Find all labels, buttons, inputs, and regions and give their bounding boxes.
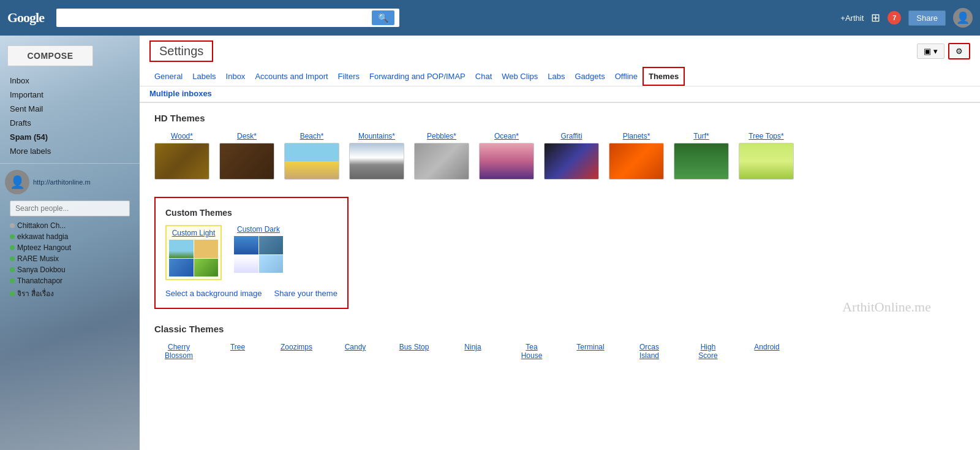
contact-item: ekkawat hadgia bbox=[10, 231, 130, 242]
theme-pebbles-label: Pebbles* bbox=[427, 132, 456, 140]
classic-orcas-label: OrcasIsland bbox=[639, 343, 659, 360]
classic-theme-candy[interactable]: Candy bbox=[331, 343, 380, 360]
classic-theme-terminal[interactable]: Terminal bbox=[566, 343, 615, 360]
grid-icon[interactable]: ⊞ bbox=[871, 11, 880, 25]
theme-planets[interactable]: Planets* bbox=[609, 132, 664, 180]
theme-turf-thumb bbox=[674, 143, 729, 180]
classic-themes-title: Classic Themes bbox=[154, 324, 965, 334]
classic-theme-busstop[interactable]: Bus Stop bbox=[390, 343, 439, 360]
tab-labels[interactable]: Labels bbox=[187, 67, 221, 86]
status-dot bbox=[10, 256, 15, 261]
classic-zoozimps-label: Zoozimps bbox=[281, 343, 312, 351]
classic-cherry-label: CherryBlossom bbox=[165, 343, 193, 360]
tab-multiple-inboxes[interactable]: Multiple inboxes bbox=[149, 89, 212, 98]
theme-wood[interactable]: Wood* bbox=[154, 132, 209, 180]
theme-wood-thumb bbox=[154, 143, 209, 180]
sidebar-content: COMPOSE Inbox Important Sent Mail Drafts… bbox=[0, 36, 140, 305]
theme-custom-light[interactable]: Custom Light bbox=[165, 225, 222, 280]
classic-terminal-label: Terminal bbox=[576, 343, 604, 351]
theme-mountains[interactable]: Mountains* bbox=[349, 132, 404, 180]
sidebar-item-more[interactable]: More labels bbox=[0, 144, 140, 158]
classic-theme-highscore[interactable]: HighScore bbox=[684, 343, 733, 360]
gear-icon: ⚙ bbox=[956, 47, 963, 56]
contact-name: Thanatchapor bbox=[17, 276, 62, 285]
avatar[interactable]: 👤 bbox=[953, 8, 973, 28]
tab-chat[interactable]: Chat bbox=[470, 67, 497, 86]
sidebar-item-sent[interactable]: Sent Mail bbox=[0, 102, 140, 116]
google-logo: Google bbox=[7, 10, 44, 26]
user-name[interactable]: +Arthit bbox=[840, 13, 864, 23]
contact-item: จิรา สื่อเรื่อง bbox=[10, 286, 130, 300]
share-theme-link[interactable]: Share your theme bbox=[274, 289, 337, 298]
notification-badge[interactable]: 7 bbox=[888, 11, 901, 25]
classic-theme-android[interactable]: Android bbox=[742, 343, 791, 360]
contact-name: ekkawat hadgia bbox=[17, 232, 68, 241]
tab-gadgets[interactable]: Gadgets bbox=[570, 67, 609, 86]
watermark: ArthitOnline.me bbox=[842, 299, 931, 315]
classic-theme-orcas[interactable]: OrcasIsland bbox=[625, 343, 674, 360]
theme-ocean[interactable]: Ocean* bbox=[479, 132, 534, 180]
theme-desk[interactable]: Desk* bbox=[219, 132, 274, 180]
classic-theme-teahouse[interactable]: TeaHouse bbox=[507, 343, 556, 360]
sidebar-item-drafts[interactable]: Drafts bbox=[0, 116, 140, 130]
classic-highscore-label: HighScore bbox=[698, 343, 717, 360]
theme-treetops[interactable]: Tree Tops* bbox=[739, 132, 794, 180]
custom-light-thumb bbox=[169, 240, 218, 276]
theme-desk-thumb bbox=[219, 143, 274, 180]
status-dot bbox=[10, 267, 15, 272]
search-button[interactable]: 🔍 bbox=[372, 10, 394, 25]
sidebar-item-spam[interactable]: Spam (54) bbox=[0, 130, 140, 144]
theme-mountains-label: Mountains* bbox=[358, 132, 395, 140]
theme-beach[interactable]: Beach* bbox=[284, 132, 339, 180]
sidebar-item-important[interactable]: Important bbox=[0, 88, 140, 102]
share-button[interactable]: Share bbox=[908, 10, 946, 26]
classic-theme-ninja[interactable]: Ninja bbox=[448, 343, 497, 360]
theme-treetops-thumb bbox=[739, 143, 794, 180]
sidebar-item-inbox[interactable]: Inbox bbox=[0, 74, 140, 88]
theme-treetops-label: Tree Tops* bbox=[748, 132, 783, 140]
theme-ocean-label: Ocean* bbox=[494, 132, 519, 140]
tab-themes[interactable]: Themes bbox=[643, 67, 685, 86]
select-background-link[interactable]: Select a background image bbox=[165, 289, 262, 298]
theme-pebbles[interactable]: Pebbles* bbox=[414, 132, 469, 180]
main-layout: COMPOSE Inbox Important Sent Mail Drafts… bbox=[0, 36, 980, 450]
tab-labs[interactable]: Labs bbox=[543, 67, 570, 86]
contact-item: Chittakon Ch... bbox=[10, 220, 130, 231]
view-toggle-button[interactable]: ▣ ▾ bbox=[917, 44, 944, 59]
custom-dark-thumb bbox=[234, 236, 283, 273]
classic-theme-tree[interactable]: Tree bbox=[213, 343, 262, 360]
custom-dark-label: Custom Dark bbox=[237, 225, 280, 234]
status-dot bbox=[10, 245, 15, 250]
theme-graffiti-thumb bbox=[544, 143, 599, 180]
tab-inbox[interactable]: Inbox bbox=[221, 67, 251, 86]
content-area: Settings ▣ ▾ ⚙ General Labels Inbox Ac bbox=[140, 36, 980, 450]
theme-pebbles-thumb bbox=[414, 143, 469, 180]
search-input[interactable] bbox=[61, 13, 368, 23]
settings-title-bar: Settings ▣ ▾ ⚙ bbox=[140, 36, 980, 67]
tab-offline[interactable]: Offline bbox=[610, 67, 643, 86]
building-silhouette bbox=[0, 327, 140, 450]
custom-light-label: Custom Light bbox=[172, 229, 216, 237]
theme-graffiti[interactable]: Graffiti bbox=[544, 132, 599, 180]
compose-button[interactable]: COMPOSE bbox=[7, 45, 93, 66]
classic-theme-cherry[interactable]: CherryBlossom bbox=[154, 343, 203, 360]
hd-themes-grid: Wood* Desk* Beach* Mountains* Pebbles* bbox=[154, 132, 965, 180]
theme-beach-thumb bbox=[284, 143, 339, 180]
theme-custom-dark[interactable]: Custom Dark bbox=[234, 225, 283, 280]
tab-general[interactable]: General bbox=[149, 67, 187, 86]
tab-accounts[interactable]: Accounts and Import bbox=[250, 67, 333, 86]
settings-title[interactable]: Settings bbox=[149, 40, 213, 62]
gear-settings-button[interactable]: ⚙ bbox=[948, 43, 970, 59]
status-dot bbox=[10, 291, 15, 296]
tab-forwarding[interactable]: Forwarding and POP/IMAP bbox=[364, 67, 470, 86]
sidebar: COMPOSE Inbox Important Sent Mail Drafts… bbox=[0, 36, 140, 450]
contact-name: Mpteez Hangout bbox=[17, 243, 71, 252]
contact-item: Thanatchapor bbox=[10, 275, 130, 286]
tab-webclips[interactable]: Web Clips bbox=[497, 67, 543, 86]
classic-theme-zoozimps[interactable]: Zoozimps bbox=[272, 343, 321, 360]
tab-filters[interactable]: Filters bbox=[333, 67, 364, 86]
theme-graffiti-label: Graffiti bbox=[560, 132, 582, 140]
search-people-input[interactable] bbox=[10, 200, 130, 216]
theme-turf[interactable]: Turf* bbox=[674, 132, 729, 180]
contact-name: จิรา สื่อเรื่อง bbox=[17, 288, 54, 299]
